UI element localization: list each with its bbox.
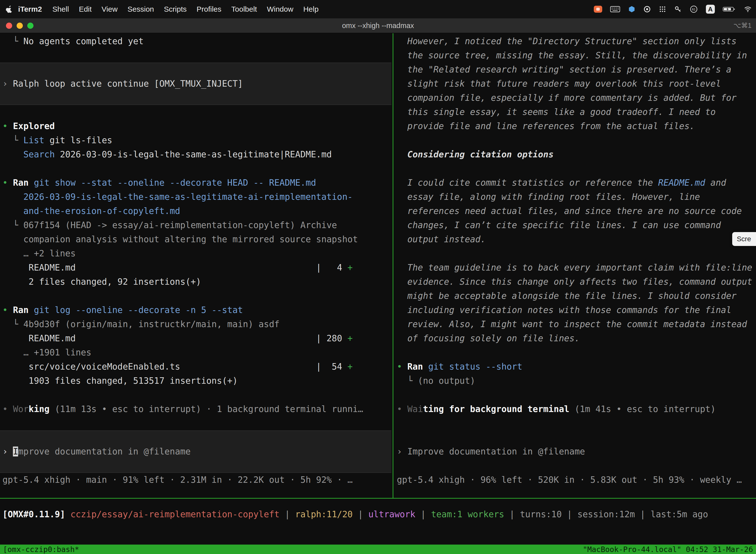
prompt-input-line: › Improve documentation in @filename [2, 445, 191, 459]
screen-recording-indicator[interactable] [594, 0, 602, 18]
reasoning-heading: Considering citation options [397, 148, 554, 162]
macos-menubar: iTerm2 ShellEditViewSessionScriptsProfil… [0, 0, 756, 18]
right-terminal-pane[interactable]: However, I noticed the "Directory Struct… [393, 33, 756, 498]
window-title: omx --xhigh --madmax [0, 18, 756, 33]
reasoning-line: However, I noticed the "Directory Struct… [397, 34, 737, 48]
model-status-line: gpt-5.4 xhigh · 96% left · 520K in · 5.8… [397, 473, 742, 487]
apple-menu-icon[interactable] [6, 5, 13, 13]
menu-view[interactable]: View [102, 5, 118, 13]
reasoning-line: provide file and line references from th… [397, 119, 695, 133]
diffstat-summary: 1903 files changed, 513517 insertions(+) [2, 374, 238, 388]
reasoning-line: changes, I can’t cite specific file line… [397, 218, 721, 232]
menu-toolbelt[interactable]: Toolbelt [232, 5, 257, 13]
explored-list-item: └ List git ls-files [2, 133, 112, 148]
menu-scripts[interactable]: Scripts [164, 5, 187, 13]
command-arg-line: and-the-erosion-of-copyleft.md [2, 204, 180, 218]
reasoning-line: The team guideline is to back every impo… [397, 261, 752, 275]
tmux-host-datetime: "MacBook-Pro-44.local" 04:52 31-Mar-26 [583, 545, 753, 554]
menu-shell[interactable]: Shell [52, 5, 69, 13]
no-agents-line: └ No agents completed yet [2, 34, 144, 48]
elided-lines: … +1901 lines [2, 345, 91, 359]
screen-share-tooltip: Scre [732, 232, 756, 246]
diffstat-voicemode: src/voice/voiceModeEnabled.ts | 54 + [2, 359, 353, 374]
app-icon-ring[interactable] [643, 0, 651, 18]
elided-lines: … +2 lines [2, 246, 76, 261]
diffstat-summary: 2 files changed, 92 insertions(+) [2, 275, 201, 289]
reasoning-line: including verification notes with those … [397, 303, 732, 317]
terminal-area: └ No agents completed yet› Ralph loop ac… [0, 33, 756, 554]
reasoning-line: review. Also, I might want to inspect th… [397, 317, 747, 331]
battery-percent-icon[interactable]: 61 [690, 0, 698, 18]
window-titlebar[interactable]: omx --xhigh --madmax ⌥⌘1 [0, 18, 756, 33]
waiting-status: • Waiting for background terminal (1m 41… [397, 402, 715, 416]
svg-text:61: 61 [692, 8, 695, 11]
reasoning-line: the source tree, missing the essay. Stil… [397, 48, 747, 63]
model-status-line: gpt-5.4 xhigh · main · 91% left · 2.31M … [2, 473, 353, 487]
left-terminal-pane[interactable]: └ No agents completed yet› Ralph loop ac… [0, 33, 393, 498]
diffstat-readme: README.md | 4 + [2, 261, 353, 275]
window-shortcut-hint: ⌥⌘1 [734, 18, 752, 33]
ralph-loop-message: › Ralph loop active continue [OMX_TMUX_I… [2, 77, 243, 91]
reasoning-line: output instead. [397, 232, 486, 246]
reasoning-line: slight risk that future readers may over… [397, 77, 721, 91]
battery-icon[interactable] [723, 0, 736, 18]
menu-app-name[interactable]: iTerm2 [18, 5, 42, 13]
menu-help[interactable]: Help [303, 5, 319, 13]
key-icon[interactable] [674, 0, 682, 18]
tmux-session-window: [omx-cczip0:bash* [3, 545, 79, 554]
reasoning-line: companion file, especially if more comme… [397, 91, 737, 105]
reasoning-line: evidence. Since this change only affects… [397, 275, 752, 289]
commit-line: └ 067f154 (HEAD -> essay/ai-reimplementa… [2, 218, 337, 232]
tmux-horizontal-divider[interactable] [0, 498, 756, 499]
menu-session[interactable]: Session [127, 5, 154, 13]
ran-git-status: • Ran git status --short [397, 359, 522, 374]
menu-profiles[interactable]: Profiles [196, 5, 221, 13]
reasoning-line: of focusing solely on file lines. [397, 331, 580, 345]
screen: iTerm2 ShellEditViewSessionScriptsProfil… [0, 0, 756, 554]
dots-grid-icon[interactable] [659, 0, 666, 18]
menubar-left: iTerm2 ShellEditViewSessionScriptsProfil… [6, 5, 318, 13]
reasoning-line: this single essay, it seems like a good … [397, 105, 715, 119]
menubar-menus: ShellEditViewSessionScriptsProfilesToolb… [52, 5, 318, 13]
tmux-status-bar: [omx-cczip0:bash* "MacBook-Pro-44.local"… [0, 545, 756, 554]
menubar-status-area: 61A [594, 0, 752, 18]
working-status: • Working (11m 13s • esc to interrupt) ·… [2, 402, 363, 416]
reasoning-line: essay file, along with finding root file… [397, 190, 700, 204]
explored-search-item: Search 2026-03-09-is-legal-the-same-as-l… [2, 148, 332, 162]
reasoning-line: the "Related research writing" section i… [397, 63, 732, 77]
keyboard-viewer-icon[interactable] [610, 0, 620, 18]
commit-line: └ 4b9d30f (origin/main, instructkr/main,… [2, 317, 279, 331]
explored-header: • Explored [2, 119, 55, 133]
ran-git-log: • Ran git log --oneline --decorate -n 5 … [2, 303, 243, 317]
commit-line: companion analysis without altering the … [2, 232, 358, 246]
input-source-icon[interactable]: A [706, 0, 715, 18]
diffstat-readme: README.md | 280 + [2, 331, 353, 345]
omx-status-line: [OMX#0.11.9] cczip/essay/ai-reimplementa… [2, 507, 708, 521]
prompt-input-line: › Improve documentation in @filename [397, 445, 585, 459]
reasoning-line: references need actual files, and since … [397, 204, 742, 218]
ran-git-show: • Ran git show --stat --oneline --decora… [2, 176, 316, 190]
app-icon-blue[interactable] [628, 0, 635, 18]
command-arg-line: 2026-03-09-is-legal-the-same-as-legitima… [2, 190, 353, 204]
reasoning-line: I could cite commit statistics or refere… [397, 176, 726, 190]
wifi-icon[interactable] [744, 0, 752, 18]
reasoning-line: might be acceptable alongside the file l… [397, 289, 737, 303]
menu-window[interactable]: Window [267, 5, 294, 13]
menu-edit[interactable]: Edit [79, 5, 92, 13]
git-status-output: └ (no output) [397, 374, 475, 388]
